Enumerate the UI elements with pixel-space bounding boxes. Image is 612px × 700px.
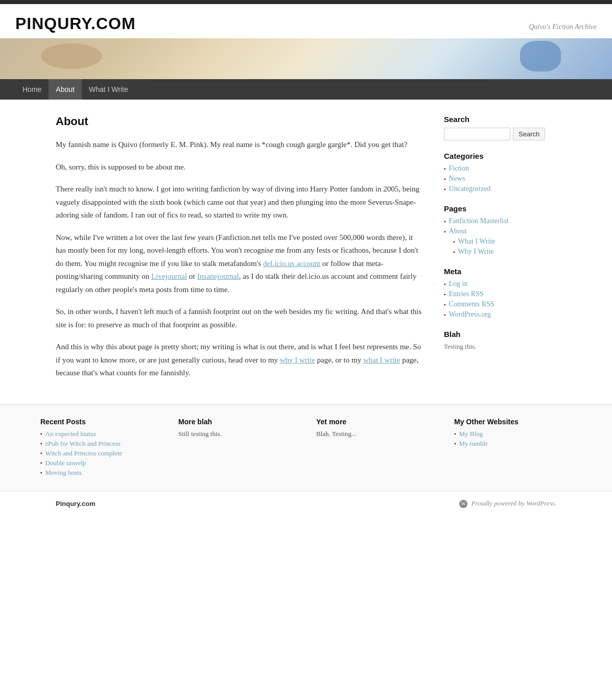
- footer-item-epub: ePub for Witch and Princess: [40, 440, 158, 448]
- categories-title: Categories: [444, 152, 556, 160]
- pages-section: Pages Fanfiction Masterlist About What I…: [444, 204, 556, 256]
- link-login[interactable]: Log in: [449, 280, 468, 288]
- sidebar-item-about: About: [444, 227, 556, 235]
- link-epub-witch-princess[interactable]: ePub for Witch and Princess: [45, 440, 121, 448]
- banner-image: [0, 38, 612, 79]
- link-witch-princess-complete[interactable]: Witch and Princess complete: [45, 449, 123, 457]
- nav-bar: Home About What I Write: [0, 79, 612, 100]
- link-livejournal[interactable]: Livejournal: [151, 272, 187, 280]
- sidebar-item-login: Log in: [444, 280, 556, 288]
- link-uncategorized[interactable]: Uncategorized: [449, 185, 491, 193]
- sidebar-item-entries-rss: Entries RSS: [444, 290, 556, 298]
- footer-recent-posts: Recent Posts An expected hiatus ePub for…: [40, 418, 158, 478]
- paragraph-3: There really isn't much to know. I got i…: [56, 183, 423, 222]
- link-double-unwelp[interactable]: Double unwelp: [45, 459, 86, 467]
- recent-posts-title: Recent Posts: [40, 418, 158, 426]
- sidebar-item-fiction: Fiction: [444, 164, 556, 173]
- header: PINQURY.COM Quivo's Fiction Archive: [0, 4, 612, 38]
- link-fiction[interactable]: Fiction: [449, 164, 469, 173]
- more-blah-title: More blah: [178, 418, 296, 426]
- paragraph-6: And this is why this about page is prett…: [56, 341, 423, 380]
- link-what-i-write-sidebar[interactable]: What I Write: [458, 237, 496, 246]
- link-entries-rss[interactable]: Entries RSS: [449, 290, 484, 298]
- link-about[interactable]: About: [449, 227, 467, 235]
- powered-by-label: Proudly powered by WordPress.: [471, 499, 556, 507]
- search-button[interactable]: Search: [513, 128, 545, 140]
- nav-item-what-i-write[interactable]: What I Write: [82, 79, 135, 100]
- site-footer-name: Pinqury.com: [56, 500, 96, 508]
- search-input[interactable]: [444, 128, 510, 140]
- categories-section: Categories Fiction News Uncategorized: [444, 152, 556, 193]
- paragraph-2: Oh, sorry, this is supposed to be about …: [56, 161, 423, 174]
- link-delicious[interactable]: del.icio.us account: [263, 259, 320, 268]
- more-blah-text: Still testing this.: [178, 430, 296, 438]
- link-wordpress-org[interactable]: WordPress.org: [449, 310, 491, 319]
- sidebar-subitem-what-i-write: What I Write: [453, 237, 556, 246]
- nav-item-home[interactable]: Home: [15, 79, 49, 100]
- sidebar-subitem-why-i-write: Why I Write: [453, 248, 556, 256]
- footer-item-witch-princess: Witch and Princess complete: [40, 449, 158, 457]
- blah-title: Blah: [444, 330, 556, 339]
- link-what-i-write[interactable]: what I write: [363, 356, 400, 364]
- site-tagline: Quivo's Fiction Archive: [529, 23, 597, 31]
- footer-item-hiatus: An expected hiatus: [40, 430, 158, 438]
- sidebar-item-wordpress: WordPress.org: [444, 310, 556, 319]
- link-why-i-write[interactable]: why I write: [280, 356, 315, 364]
- link-fanfiction-masterlist[interactable]: Fanfiction Masterlist: [449, 217, 509, 225]
- paragraph-5: So, in other words, I haven't left much …: [56, 305, 423, 331]
- site-title[interactable]: PINQURY.COM: [15, 14, 136, 33]
- blah-section: Blah Testing this.: [444, 330, 556, 351]
- footer-more-blah: More blah Still testing this.: [178, 418, 296, 478]
- page-heading: About: [56, 115, 423, 128]
- footer-inner: Recent Posts An expected hiatus ePub for…: [40, 418, 572, 478]
- sidebar-item-uncategorized: Uncategorized: [444, 185, 556, 193]
- footer-other-websites: My Other Websites My Blog My tumblr: [454, 418, 572, 478]
- paragraph-1: My fannish name is Quivo (formerly E. M.…: [56, 138, 423, 152]
- sidebar: Search Search Categories Fiction News Un…: [444, 115, 556, 389]
- footer-yet-more: Yet more Blah. Testing...: [316, 418, 434, 478]
- yet-more-title: Yet more: [316, 418, 434, 426]
- other-websites-title: My Other Websites: [454, 418, 572, 426]
- link-news[interactable]: News: [449, 175, 465, 183]
- main-content: About My fannish name is Quivo (formerly…: [56, 115, 423, 389]
- nav-item-about[interactable]: About: [49, 79, 82, 100]
- link-why-i-write-sidebar[interactable]: Why I Write: [458, 248, 494, 256]
- powered-by-text: W Proudly powered by WordPress.: [459, 499, 556, 508]
- link-my-blog[interactable]: My Blog: [459, 430, 483, 438]
- sidebar-item-masterlist: Fanfiction Masterlist: [444, 217, 556, 225]
- link-moving-hosts[interactable]: Moving hosts: [45, 469, 82, 477]
- wordpress-icon: W: [459, 500, 467, 508]
- footer-item-my-blog: My Blog: [454, 430, 572, 438]
- search-title: Search: [444, 115, 556, 124]
- link-insanejournal[interactable]: Insanejournal: [197, 272, 239, 280]
- sidebar-item-news: News: [444, 175, 556, 183]
- bottom-bar: Pinqury.com W Proudly powered by WordPre…: [40, 492, 572, 516]
- link-an-expected-hiatus[interactable]: An expected hiatus: [45, 430, 97, 438]
- top-bar: [0, 0, 612, 4]
- content-wrapper: About My fannish name is Quivo (formerly…: [40, 100, 572, 404]
- meta-title: Meta: [444, 267, 556, 276]
- meta-section: Meta Log in Entries RSS Comments RSS Wor…: [444, 267, 556, 319]
- footer-item-my-tumblr: My tumblr: [454, 440, 572, 448]
- link-comments-rss[interactable]: Comments RSS: [449, 300, 495, 308]
- link-my-tumblr[interactable]: My tumblr: [459, 440, 488, 448]
- search-section: Search Search: [444, 115, 556, 140]
- blah-text: Testing this.: [444, 343, 556, 351]
- footer: Recent Posts An expected hiatus ePub for…: [0, 404, 612, 491]
- footer-item-moving-hosts: Moving hosts: [40, 469, 158, 477]
- search-form: Search: [444, 128, 556, 140]
- footer-item-double-unwelp: Double unwelp: [40, 459, 158, 467]
- sidebar-item-comments-rss: Comments RSS: [444, 300, 556, 308]
- yet-more-text: Blah. Testing...: [316, 430, 434, 438]
- bottom-bar-wrapper: Pinqury.com W Proudly powered by WordPre…: [0, 491, 612, 516]
- paragraph-4: Now, while I've written a lot over the l…: [56, 231, 423, 297]
- pages-title: Pages: [444, 204, 556, 213]
